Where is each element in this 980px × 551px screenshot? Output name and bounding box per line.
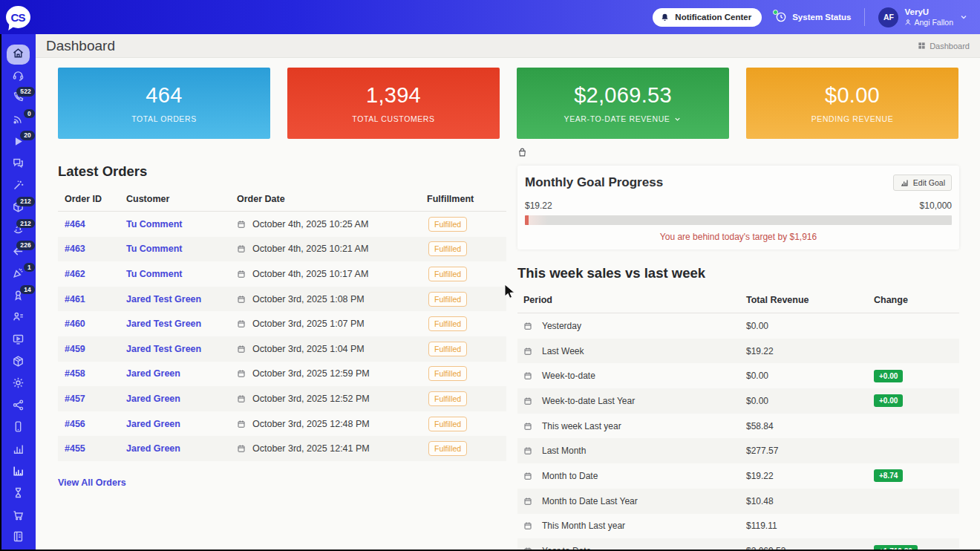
stat-card[interactable]: $0.00 PENDING REVENUE — [746, 68, 958, 139]
logo-text: CS — [11, 11, 25, 24]
weekly-row: Month to Date Last Year $10.48 — [517, 489, 959, 514]
grid-icon — [918, 42, 926, 50]
sidebar-item[interactable] — [0, 44, 36, 66]
order-id-link[interactable]: #456 — [65, 419, 126, 429]
order-id-link[interactable]: #457 — [65, 394, 126, 404]
sidebar-item[interactable] — [0, 330, 36, 352]
sidebar-item[interactable] — [0, 396, 36, 418]
logo-speech-bubble-icon: CS — [6, 6, 30, 28]
customer-link[interactable]: Tu Comment — [126, 244, 237, 254]
goal-progress-bar — [525, 215, 952, 225]
broadcast-icon — [12, 115, 24, 128]
calendar-icon — [523, 371, 532, 380]
weekly-table-header: Period Total Revenue Change — [517, 290, 959, 313]
order-row: #456 Jared Green October 3rd, 2025 12:48… — [58, 411, 506, 437]
customer-link[interactable]: Jared Test Green — [126, 344, 237, 354]
sidebar-item[interactable] — [0, 307, 36, 330]
system-status-button[interactable]: System Status — [775, 11, 851, 23]
fulfillment-badge: Fulfilled — [428, 316, 467, 331]
sidebar-item[interactable] — [0, 154, 36, 176]
customer-link[interactable]: Jared Green — [126, 443, 237, 454]
order-id-link[interactable]: #458 — [65, 368, 126, 379]
edit-goal-label: Edit Goal — [913, 178, 945, 187]
person-icon — [904, 19, 912, 26]
breadcrumb[interactable]: Dashboard — [918, 42, 970, 50]
chevron-down-icon[interactable] — [959, 13, 968, 22]
revenue-value: $119.11 — [746, 521, 874, 531]
sidebar-item[interactable] — [0, 440, 36, 462]
edit-goal-button[interactable]: Edit Goal — [893, 175, 952, 191]
col-total-revenue: Total Revenue — [746, 295, 874, 305]
sidebar-item[interactable] — [0, 66, 36, 88]
weekly-row: Last Month $277.57 — [517, 438, 959, 463]
sidebar-badge: 212 — [16, 219, 35, 229]
notification-center-button[interactable]: Notification Center — [653, 8, 762, 27]
calendar-icon — [237, 244, 246, 253]
sidebar-item[interactable] — [0, 351, 36, 374]
order-id-link[interactable]: #463 — [65, 244, 126, 254]
order-id-link[interactable]: #462 — [65, 269, 126, 279]
party-icon — [12, 269, 24, 281]
notification-center-label: Notification Center — [675, 13, 751, 22]
period-label: Month to Date — [542, 471, 598, 481]
chat-icon — [12, 159, 24, 172]
topbar-divider — [864, 8, 865, 26]
sidebar-badge: 212 — [16, 197, 35, 206]
order-date: October 3rd, 2025 12:41 PM — [252, 443, 370, 454]
sidebar-item[interactable]: 212 — [0, 198, 36, 220]
sidebar-item[interactable]: 212 — [0, 220, 36, 242]
sidebar-item[interactable]: 0 — [0, 110, 36, 132]
order-id-link[interactable]: #461 — [65, 294, 126, 304]
user-menu[interactable]: AF VeryU Angi Fallon — [878, 7, 968, 27]
chart-axis-icon — [12, 467, 24, 480]
weekly-row: This Month Last year $119.11 — [517, 514, 959, 539]
sidebar-item[interactable] — [0, 176, 36, 198]
sidebar-item[interactable]: 1 — [0, 264, 36, 286]
sidebar-item[interactable]: 14 — [0, 286, 36, 308]
revenue-value: $19.22 — [746, 346, 874, 356]
sidebar-item[interactable]: 522 — [0, 88, 36, 110]
customer-link[interactable]: Jared Green — [126, 368, 237, 379]
stat-label: TOTAL ORDERS — [131, 114, 197, 123]
stat-card[interactable]: 464 TOTAL ORDERS — [58, 68, 270, 139]
stat-card[interactable]: $2,069.53 YEAR-TO-DATE REVENUE — [517, 68, 729, 139]
order-id-link[interactable]: #464 — [65, 219, 126, 229]
stat-card[interactable]: 1,394 TOTAL CUSTOMERS — [287, 68, 500, 139]
customer-link[interactable]: Tu Comment — [126, 219, 237, 229]
customer-link[interactable]: Jared Test Green — [126, 294, 237, 304]
sidebar-item[interactable] — [0, 461, 36, 483]
sidebar-item[interactable] — [0, 505, 36, 527]
sidebar-item[interactable] — [0, 483, 36, 506]
monthly-goal-card: Monthly Goal Progress Edit Goal $19.22 $… — [517, 166, 959, 250]
sidebar-item[interactable]: 226 — [0, 241, 36, 264]
col-order-date: Order Date — [237, 194, 427, 204]
sidebar-item[interactable] — [0, 417, 36, 440]
sidebar-badge: 226 — [16, 241, 35, 250]
sidebar-item[interactable] — [0, 527, 36, 550]
order-id-link[interactable]: #459 — [65, 344, 126, 354]
revenue-value: $0.00 — [746, 321, 874, 331]
order-id-link[interactable]: #460 — [65, 319, 126, 329]
ledger-icon — [12, 532, 24, 545]
col-customer: Customer — [126, 194, 237, 204]
stat-value: 1,394 — [366, 83, 421, 108]
sidebar-item[interactable] — [0, 374, 36, 396]
app-logo[interactable]: CS — [0, 0, 36, 34]
chevron-down-icon[interactable] — [673, 115, 682, 123]
fulfillment-badge: Fulfilled — [428, 241, 467, 256]
change-badge: +8.74 — [874, 469, 903, 482]
revenue-value: $0.00 — [746, 371, 874, 381]
col-period: Period — [523, 295, 746, 305]
calendar-icon — [237, 345, 246, 353]
stat-label: PENDING REVENUE — [811, 114, 894, 123]
view-all-orders-link[interactable]: View All Orders — [58, 477, 126, 488]
customer-link[interactable]: Jared Green — [126, 419, 237, 429]
customer-link[interactable]: Jared Green — [126, 394, 237, 404]
customer-link[interactable]: Tu Comment — [126, 269, 237, 279]
revenue-value: $277.57 — [746, 446, 874, 456]
sidebar-item[interactable]: 20 — [0, 131, 36, 154]
sidebar-badge: 20 — [20, 131, 35, 140]
order-id-link[interactable]: #455 — [65, 443, 126, 454]
customer-link[interactable]: Jared Test Green — [126, 319, 237, 329]
cart-icon — [12, 511, 24, 524]
